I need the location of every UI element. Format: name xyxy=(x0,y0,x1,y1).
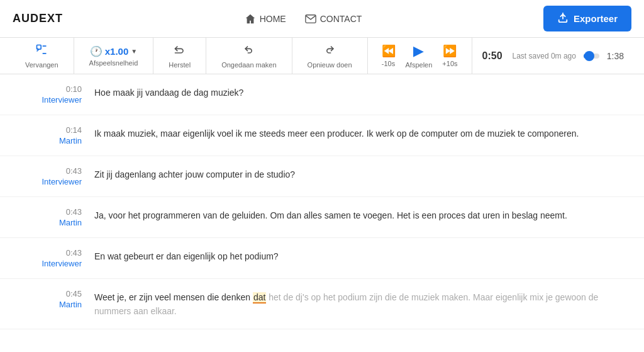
export-button[interactable]: Exporteer xyxy=(543,6,631,31)
entry-meta: 0:43 Martin xyxy=(19,207,94,227)
nav-links: HOME CONTACT xyxy=(245,13,362,25)
logo: AUDEXT xyxy=(13,12,63,25)
total-time: 1:38 xyxy=(607,51,624,61)
nav-home[interactable]: HOME xyxy=(245,13,286,25)
undo-button[interactable]: Ongedaan maken xyxy=(216,43,281,69)
nav-contact-label: CONTACT xyxy=(320,14,362,24)
undo-group: Ongedaan maken xyxy=(206,38,292,74)
entry-meta: 0:43 Interviewer xyxy=(19,248,94,268)
play-button[interactable]: ▶ Afspelen xyxy=(402,43,436,69)
entry-speaker: Martin xyxy=(59,136,82,145)
entry-text[interactable]: Ja, voor het programmeren van de geluide… xyxy=(94,207,625,227)
entry-speaker: Martin xyxy=(59,218,82,227)
progress-fill xyxy=(584,54,589,59)
export-label: Exporteer xyxy=(574,13,618,24)
highlighted-word: dat xyxy=(253,292,266,304)
entry-speaker: Martin xyxy=(59,300,82,309)
entry-text-highlight[interactable]: Weet je, er zijn veel mensen die denken … xyxy=(94,289,625,319)
speed-clock-icon: 🕐 xyxy=(90,45,103,57)
entry-text[interactable]: Zit jij dagenlang achter jouw computer i… xyxy=(94,166,625,186)
herstel-label: Herstel xyxy=(169,61,191,69)
entry-speaker: Interviewer xyxy=(42,177,82,186)
redo-group: Opnieuw doen xyxy=(292,38,368,74)
rewind-button[interactable]: ⏪ -10s xyxy=(378,44,399,67)
time-section: 0:50 Last saved 0m ago 1:38 xyxy=(472,50,634,62)
top-nav: AUDEXT HOME CONTACT Expor xyxy=(0,0,644,38)
entry-time: 0:43 xyxy=(66,166,82,176)
transcript-entry: 0:43 Martin Ja, voor het programmeren va… xyxy=(0,197,644,238)
text-before-highlight: Weet je, er zijn veel mensen die denken xyxy=(94,292,253,302)
transcript: 0:10 Interviewer Hoe maak jij vandaag de… xyxy=(0,74,644,352)
entry-speaker: Interviewer xyxy=(42,95,82,105)
replace-icon xyxy=(35,43,48,59)
nav-contact[interactable]: CONTACT xyxy=(305,13,362,25)
progress-handle[interactable] xyxy=(584,51,594,61)
undo-icon xyxy=(243,43,255,59)
entry-time: 0:43 xyxy=(66,207,82,217)
save-status: Last saved 0m ago xyxy=(513,52,576,60)
entry-meta: 0:43 Interviewer xyxy=(19,166,94,186)
entry-meta: 0:10 Interviewer xyxy=(19,84,94,105)
speed-group: 🕐 x1.00 ▼ Afspeelsnelheid xyxy=(74,38,154,74)
undo-label: Ongedaan maken xyxy=(221,61,276,69)
forward-label: +10s xyxy=(442,60,457,67)
transcript-entry: 0:45 Martin Weet je, er zijn veel mensen… xyxy=(0,279,644,329)
herstel-button[interactable]: Herstel xyxy=(164,43,196,69)
speed-label: Afspeelsnelheid xyxy=(89,59,138,67)
entry-time: 0:43 xyxy=(66,248,82,258)
replace-button[interactable]: Vervangen xyxy=(20,43,64,69)
rewind-label: -10s xyxy=(382,60,395,67)
play-label: Afspelen xyxy=(406,61,433,69)
transcript-entry: 0:43 Interviewer Zit jij dagenlang achte… xyxy=(0,156,644,197)
herstel-icon xyxy=(174,43,186,59)
entry-speaker: Interviewer xyxy=(42,259,82,268)
redo-label: Opnieuw doen xyxy=(308,61,352,69)
forward-button[interactable]: ⏩ +10s xyxy=(438,44,461,67)
speed-value: x1.00 xyxy=(105,46,129,57)
herstel-group: Herstel xyxy=(153,38,206,74)
entry-time: 0:45 xyxy=(66,289,82,298)
replace-label: Vervangen xyxy=(25,61,58,69)
transcript-entry: 0:43 Interviewer En wat gebeurt er dan e… xyxy=(0,238,644,279)
progress-bar[interactable] xyxy=(584,54,599,59)
redo-button[interactable]: Opnieuw doen xyxy=(303,43,357,69)
mail-icon xyxy=(305,13,316,25)
rewind-icon: ⏪ xyxy=(382,44,396,58)
entry-meta: 0:14 Martin xyxy=(19,125,94,145)
nav-home-label: HOME xyxy=(260,14,286,24)
home-icon xyxy=(245,13,256,25)
current-time: 0:50 xyxy=(482,50,505,62)
entry-text[interactable]: Hoe maak jij vandaag de dag muziek? xyxy=(94,84,625,105)
export-icon xyxy=(557,12,569,25)
redo-icon xyxy=(323,43,336,59)
entry-text[interactable]: Ik maak muziek, maar eigenlijk voel ik m… xyxy=(94,125,625,145)
speed-control[interactable]: 🕐 x1.00 ▼ Afspeelsnelheid xyxy=(84,45,143,67)
entry-text[interactable]: En wat gebeurt er dan eigenlijk op het p… xyxy=(94,248,625,268)
replace-group: Vervangen xyxy=(10,38,74,74)
forward-icon: ⏩ xyxy=(443,44,457,58)
speed-arrow-icon: ▼ xyxy=(131,48,137,55)
transcript-entry: 0:10 Interviewer Hoe maak jij vandaag de… xyxy=(0,74,644,115)
entry-time: 0:14 xyxy=(66,125,82,135)
toolbar: Vervangen 🕐 x1.00 ▼ Afspeelsnelheid Hers… xyxy=(0,38,644,74)
entry-meta: 0:45 Martin xyxy=(19,289,94,319)
playback-group: ⏪ -10s ▶ Afspelen ⏩ +10s xyxy=(368,38,472,74)
play-icon: ▶ xyxy=(413,43,424,59)
entry-time: 0:10 xyxy=(66,84,82,94)
svg-rect-0 xyxy=(306,14,316,23)
transcript-entry: 0:14 Martin Ik maak muziek, maar eigenli… xyxy=(0,115,644,156)
